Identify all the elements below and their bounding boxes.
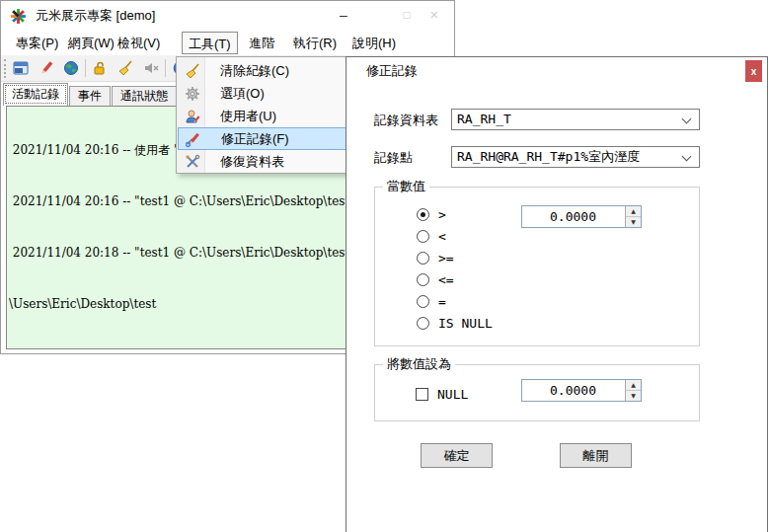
menu-item-label: 修復資料表 [220, 153, 284, 171]
lock-icon[interactable] [90, 58, 110, 78]
pencil-icon[interactable] [37, 58, 56, 78]
dialog-title: 修正記錄 [366, 57, 418, 85]
operator-label: > [438, 207, 446, 222]
dialog-close-button[interactable]: x [745, 60, 762, 82]
exit-button[interactable]: 離開 [560, 443, 632, 468]
tab-comm-status[interactable]: 通訊狀態 [112, 86, 177, 106]
repair-table-icon [178, 154, 206, 170]
menu-advanced[interactable]: 進階 [243, 32, 280, 54]
radio-lt[interactable]: < [417, 226, 446, 246]
maximize-button[interactable]: □ [394, 1, 420, 31]
radio-button[interactable] [417, 317, 429, 330]
toolbar-separator [85, 59, 86, 77]
radio-button[interactable] [417, 295, 429, 308]
radio-button[interactable] [417, 252, 429, 265]
set-value-spinner[interactable]: 0.0000 ▲ ▼ [521, 379, 642, 402]
operator-label: <= [438, 272, 454, 287]
record-point-label: 記錄點 [374, 148, 413, 168]
condition-group-label: 當數值 [383, 178, 429, 195]
menu-item-clear-log[interactable]: 清除紀錄(C) [178, 59, 347, 82]
record-point-value: RA_RH@RA_RH_T#p1%室內溼度 [457, 149, 640, 164]
tab-events[interactable]: 事件 [69, 86, 111, 106]
operator-label: = [438, 294, 446, 309]
set-value-group-label: 將數值設為 [383, 355, 455, 373]
set-value[interactable]: 0.0000 [522, 380, 624, 401]
window-icon[interactable] [11, 58, 31, 78]
radio-is-null[interactable]: IS NULL [417, 313, 493, 333]
radio-lte[interactable]: <= [417, 269, 454, 289]
radio-button[interactable] [417, 230, 429, 243]
broom-icon[interactable] [115, 58, 135, 78]
record-table-combobox[interactable]: RA_RH_T [451, 109, 700, 130]
menu-item-users[interactable]: 使用者(U) [178, 105, 347, 127]
radio-button[interactable] [417, 208, 429, 221]
operator-label: >= [438, 251, 454, 266]
menu-tools[interactable]: 工具(T) [182, 32, 238, 54]
menu-item-label: 使用者(U) [220, 108, 276, 125]
menu-item-label: 修正記錄(F) [221, 130, 289, 148]
menu-run[interactable]: 執行(R) [287, 32, 343, 54]
screen: 元米展示專案 [demo] – □ × 專案(P) 網頁(W) 檢視(V) 工具… [0, 0, 769, 532]
menu-help[interactable]: 說明(H) [346, 32, 402, 54]
null-checkbox-row[interactable]: NULL [416, 384, 468, 404]
close-button[interactable]: × [422, 1, 447, 31]
chevron-down-icon [682, 114, 692, 124]
menu-item-label: 選項(O) [220, 85, 265, 103]
condition-value[interactable]: 0.0000 [522, 206, 624, 227]
menu-view[interactable]: 檢視(V) [112, 32, 166, 54]
spin-down-icon[interactable]: ▼ [626, 217, 641, 227]
record-table-value: RA_RH_T [457, 112, 511, 126]
spin-up-icon[interactable]: ▲ [626, 206, 641, 217]
broom-icon [178, 63, 206, 79]
tab-activity-log[interactable]: 活動記錄 [3, 83, 68, 106]
minimize-button[interactable]: – [331, 1, 356, 31]
user-icon [178, 109, 206, 124]
condition-value-spinner[interactable]: 0.0000 ▲ ▼ [521, 205, 642, 228]
fix-record-dialog: 修正記錄 x 記錄資料表 RA_RH_T 記錄點 RA_RH@RA_RH_T#p… [346, 56, 768, 532]
tab-strip: 活動記錄 事件 通訊狀態 [3, 83, 178, 106]
edit-record-icon [179, 131, 207, 147]
toolbar-separator [165, 59, 166, 77]
main-titlebar: 元米展示專案 [demo] – □ × [1, 1, 454, 31]
window-title: 元米展示專案 [demo] [36, 7, 155, 25]
gear-icon [178, 86, 206, 102]
ok-button[interactable]: 確定 [421, 443, 493, 468]
spin-up-icon[interactable]: ▲ [626, 380, 641, 391]
menu-item-fix-record[interactable]: 修正記錄(F) [178, 127, 347, 150]
spinner-buttons: ▲ ▼ [625, 380, 641, 401]
menu-project[interactable]: 專案(P) [10, 32, 64, 54]
speaker-mute-icon[interactable] [141, 58, 161, 78]
menu-item-label: 清除紀錄(C) [220, 62, 289, 80]
spinner-buttons: ▲ ▼ [625, 206, 641, 227]
null-checkbox[interactable] [416, 388, 428, 401]
spin-down-icon[interactable]: ▼ [626, 391, 641, 401]
menu-bar: 專案(P) 網頁(W) 檢視(V) 工具(T) 進階 執行(R) 說明(H) [1, 31, 454, 55]
tools-menu-popup: 清除紀錄(C) 選項(O) [176, 56, 349, 174]
radio-gt[interactable]: > [417, 204, 446, 224]
app-icon [10, 8, 27, 25]
null-checkbox-label: NULL [437, 387, 468, 402]
globe-icon[interactable] [61, 58, 81, 78]
radio-button[interactable] [417, 273, 429, 286]
record-table-label: 記錄資料表 [374, 111, 438, 130]
toolbar-grip[interactable] [4, 59, 6, 78]
operator-label: IS NULL [438, 316, 493, 331]
menu-item-options[interactable]: 選項(O) [178, 82, 347, 105]
radio-gte[interactable]: >= [417, 248, 454, 267]
radio-eq[interactable]: = [417, 291, 446, 311]
operator-label: < [438, 229, 446, 244]
chevron-down-icon [682, 152, 692, 162]
record-point-combobox[interactable]: RA_RH@RA_RH_T#p1%室內溼度 [451, 146, 700, 168]
menu-item-repair-table[interactable]: 修復資料表 [178, 150, 347, 173]
